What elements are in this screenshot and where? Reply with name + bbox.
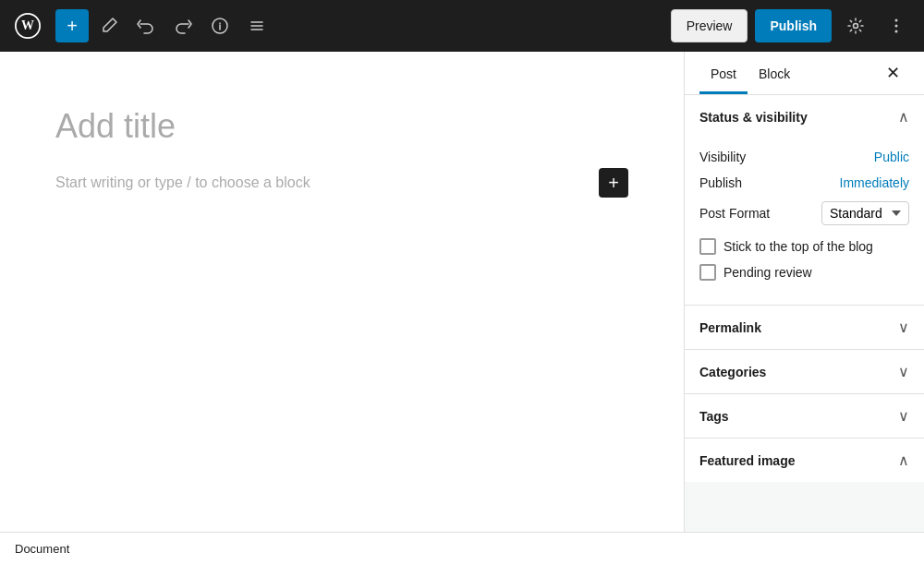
- stick-to-top-label: Stick to the top of the blog: [723, 239, 873, 254]
- toolbar: W + Preview Publish: [0, 0, 924, 52]
- redo-button[interactable]: [166, 9, 200, 42]
- edit-button[interactable]: [92, 9, 126, 42]
- status-visibility-title: Status & visibility: [699, 110, 808, 125]
- list-view-button[interactable]: [240, 9, 274, 42]
- permalink-header[interactable]: Permalink ∨: [685, 306, 924, 349]
- publish-value[interactable]: Immediately: [840, 175, 909, 190]
- publish-label: Publish: [699, 175, 742, 190]
- tags-section: Tags ∨: [685, 394, 924, 439]
- sidebar-close-button[interactable]: ✕: [876, 52, 909, 94]
- visibility-value[interactable]: Public: [874, 150, 909, 164]
- post-format-select[interactable]: Standard Aside Chat Gallery Link Image Q…: [821, 201, 909, 225]
- visibility-label: Visibility: [699, 150, 746, 164]
- svg-point-6: [895, 30, 898, 33]
- permalink-chevron: ∨: [898, 319, 909, 336]
- status-visibility-chevron: ∧: [898, 108, 909, 126]
- sidebar: Post Block ✕ Status & visibility ∧ Visib…: [684, 52, 924, 532]
- settings-button[interactable]: [839, 9, 872, 42]
- editor-inner: Add title Start writing or type / to cho…: [55, 107, 628, 198]
- wordpress-logo[interactable]: W: [11, 9, 44, 42]
- svg-point-5: [895, 25, 898, 28]
- main-area: Add title Start writing or type / to cho…: [0, 52, 924, 532]
- featured-image-chevron: ∧: [898, 451, 909, 469]
- categories-section: Categories ∨: [685, 350, 924, 394]
- pending-review-checkbox[interactable]: [699, 264, 716, 281]
- svg-text:W: W: [21, 18, 34, 32]
- more-options-button[interactable]: [880, 9, 913, 42]
- post-format-row: Post Format Standard Aside Chat Gallery …: [699, 201, 909, 225]
- info-button[interactable]: [203, 9, 237, 42]
- add-block-inline-button[interactable]: +: [599, 168, 628, 198]
- publish-row: Publish Immediately: [699, 175, 909, 190]
- add-block-button[interactable]: +: [55, 9, 89, 42]
- tab-post[interactable]: Post: [699, 52, 748, 94]
- featured-image-title: Featured image: [699, 453, 795, 468]
- sidebar-tabs: Post Block ✕: [685, 52, 924, 95]
- featured-image-body: [685, 482, 924, 532]
- permalink-title: Permalink: [699, 320, 761, 335]
- editor-placeholder: Start writing or type / to choose a bloc…: [55, 174, 310, 191]
- visibility-row: Visibility Public: [699, 150, 909, 164]
- editor-area: Add title Start writing or type / to cho…: [0, 52, 684, 532]
- status-section-body: Visibility Public Publish Immediately Po…: [685, 138, 924, 305]
- pending-review-row: Pending review: [699, 264, 909, 281]
- svg-point-4: [895, 19, 898, 22]
- tags-chevron: ∨: [898, 407, 909, 425]
- toolbar-right: Preview Publish: [671, 9, 913, 42]
- tags-header[interactable]: Tags ∨: [685, 394, 924, 438]
- bottom-bar: Document: [0, 532, 924, 565]
- categories-header[interactable]: Categories ∨: [685, 350, 924, 393]
- tab-block[interactable]: Block: [748, 52, 801, 94]
- permalink-section: Permalink ∨: [685, 306, 924, 350]
- featured-image-section: Featured image ∧: [685, 439, 924, 532]
- stick-to-top-row: Stick to the top of the blog: [699, 238, 909, 255]
- status-visibility-section: Status & visibility ∧ Visibility Public …: [685, 95, 924, 306]
- status-visibility-header[interactable]: Status & visibility ∧: [685, 95, 924, 138]
- post-format-label: Post Format: [699, 206, 770, 221]
- publish-button[interactable]: Publish: [755, 9, 832, 42]
- document-label: Document: [15, 542, 69, 556]
- categories-title: Categories: [699, 365, 766, 379]
- preview-button[interactable]: Preview: [671, 9, 748, 42]
- stick-to-top-checkbox[interactable]: [699, 238, 716, 255]
- featured-image-header[interactable]: Featured image ∧: [685, 439, 924, 482]
- tags-title: Tags: [699, 409, 729, 424]
- editor-body: Start writing or type / to choose a bloc…: [55, 168, 628, 198]
- svg-point-3: [854, 24, 858, 29]
- title-field[interactable]: Add title: [55, 107, 628, 146]
- pending-review-label: Pending review: [723, 265, 812, 280]
- categories-chevron: ∨: [898, 363, 909, 380]
- undo-button[interactable]: [129, 9, 163, 42]
